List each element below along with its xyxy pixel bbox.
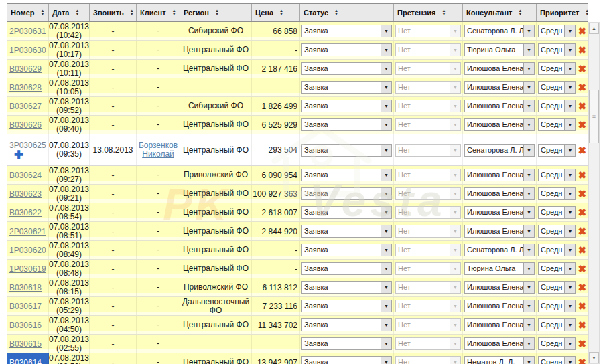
dropdown-arrow-icon[interactable]: ▼ — [564, 82, 575, 93]
order-number-link[interactable]: B030626 — [9, 120, 42, 130]
sort-icon[interactable]: ▲▼ — [279, 9, 283, 16]
order-number-link[interactable]: B030629 — [9, 64, 42, 74]
consultant-select[interactable]: Илюшова Елена ▼ — [464, 206, 535, 219]
dropdown-arrow-icon[interactable]: ▼ — [564, 100, 575, 112]
column-header-client[interactable]: Клиент ▲▼ — [137, 4, 180, 21]
dropdown-arrow-icon[interactable]: ▼ — [564, 188, 575, 199]
delete-x-icon[interactable]: ✖ — [578, 357, 586, 364]
dropdown-arrow-icon[interactable]: ▼ — [564, 44, 575, 56]
sort-icon[interactable]: ▲▼ — [130, 9, 134, 16]
dropdown-arrow-icon[interactable]: ▼ — [564, 282, 575, 293]
priority-select[interactable]: Средн ▼ — [538, 337, 576, 350]
dropdown-arrow-icon[interactable]: ▼ — [564, 244, 575, 256]
dropdown-arrow-icon[interactable]: ▼ — [564, 145, 575, 156]
client-link[interactable]: - — [157, 264, 159, 273]
status-select[interactable]: Заявка ▼ — [302, 43, 392, 56]
priority-select[interactable]: Средн ▼ — [538, 356, 576, 364]
status-select[interactable]: Заявка ▼ — [302, 300, 392, 312]
priority-select[interactable]: Средн ▼ — [538, 187, 576, 200]
dropdown-arrow-icon[interactable]: ▼ — [564, 169, 575, 181]
consultant-select[interactable]: Илюшова Елена ▼ — [464, 281, 535, 294]
client-link[interactable]: - — [157, 83, 159, 92]
priority-select[interactable]: Средн ▼ — [538, 62, 576, 75]
dropdown-arrow-icon[interactable]: ▼ — [381, 44, 391, 56]
dropdown-arrow-icon[interactable]: ▼ — [381, 100, 391, 112]
dropdown-arrow-icon[interactable]: ▼ — [523, 225, 534, 237]
dropdown-arrow-icon[interactable]: ▼ — [523, 263, 534, 274]
status-select[interactable]: Заявка ▼ — [302, 100, 392, 112]
consultant-select[interactable]: Илюшова Елена ▼ — [464, 100, 535, 112]
status-select[interactable]: Заявка ▼ — [302, 337, 392, 350]
status-select[interactable]: Заявка ▼ — [302, 62, 392, 75]
consultant-select[interactable]: Илюшова Елена ▼ — [464, 169, 535, 181]
status-select[interactable]: Заявка ▼ — [302, 118, 392, 131]
priority-select[interactable]: Средн ▼ — [538, 206, 576, 219]
consultant-select[interactable]: Тюрина Ольга ▼ — [464, 262, 535, 275]
status-select[interactable]: Заявка ▼ — [302, 318, 392, 331]
status-select[interactable]: Заявка ▼ — [302, 25, 392, 37]
priority-select[interactable]: Средн ▼ — [538, 25, 576, 37]
client-link[interactable]: - — [157, 283, 159, 292]
dropdown-arrow-icon[interactable]: ▼ — [523, 244, 534, 256]
dropdown-arrow-icon[interactable]: ▼ — [523, 63, 534, 74]
order-number-link[interactable]: B030616 — [9, 321, 42, 330]
delete-x-icon[interactable]: ✖ — [578, 145, 586, 155]
consultant-select[interactable]: Илюшова Елена ▼ — [464, 337, 535, 350]
dropdown-arrow-icon[interactable]: ▼ — [381, 25, 391, 37]
order-number-link[interactable]: B030628 — [9, 83, 42, 92]
priority-select[interactable]: Средн ▼ — [538, 225, 576, 238]
client-link[interactable]: - — [157, 120, 159, 129]
status-select[interactable]: Заявка ▼ — [302, 206, 392, 219]
dropdown-arrow-icon[interactable]: ▼ — [381, 119, 391, 130]
order-number-link[interactable]: 1P030619 — [9, 264, 46, 274]
sort-icon[interactable]: ▲▼ — [172, 9, 176, 16]
priority-select[interactable]: Средн ▼ — [538, 169, 576, 181]
priority-select[interactable]: Средн ▼ — [538, 100, 576, 112]
column-header-priority[interactable]: Приоритет ▲▼ — [537, 4, 588, 21]
consultant-select[interactable]: Сенаторова Л. Л. ▼ — [464, 244, 535, 256]
priority-select[interactable]: Средн ▼ — [538, 281, 576, 294]
status-select[interactable]: Заявка ▼ — [302, 356, 392, 364]
priority-select[interactable]: Средн ▼ — [538, 81, 576, 94]
status-select[interactable]: Заявка ▼ — [302, 187, 392, 200]
consultant-select[interactable]: Илюшова Елена ▼ — [464, 300, 535, 312]
order-number-link[interactable]: B030614 — [9, 358, 42, 364]
priority-select[interactable]: Средн ▼ — [538, 144, 576, 157]
consultant-select[interactable]: Тюрина Ольга ▼ — [464, 43, 535, 56]
scroll-up-button[interactable]: ▲ — [589, 23, 599, 34]
dropdown-arrow-icon[interactable]: ▼ — [381, 338, 391, 349]
order-number-link[interactable]: B030624 — [9, 171, 42, 180]
column-header-consultant[interactable]: Консультант ▲▼ — [463, 4, 537, 21]
dropdown-arrow-icon[interactable]: ▼ — [523, 338, 534, 349]
dropdown-arrow-icon[interactable]: ▼ — [564, 25, 575, 37]
dropdown-arrow-icon[interactable]: ▼ — [523, 300, 534, 312]
dropdown-arrow-icon[interactable]: ▼ — [564, 207, 575, 218]
delete-x-icon[interactable]: ✖ — [578, 226, 586, 236]
client-link[interactable]: - — [157, 171, 159, 179]
dropdown-arrow-icon[interactable]: ▼ — [564, 357, 575, 364]
delete-x-icon[interactable]: ✖ — [578, 170, 586, 180]
dropdown-arrow-icon[interactable]: ▼ — [523, 282, 534, 293]
consultant-select[interactable]: Илюшова Елена ▼ — [464, 81, 535, 94]
consultant-select[interactable]: Илюшова Елена ▼ — [464, 62, 535, 75]
client-link[interactable]: - — [157, 208, 159, 217]
delete-x-icon[interactable]: ✖ — [578, 189, 586, 199]
delete-x-icon[interactable]: ✖ — [578, 45, 586, 55]
column-header-number[interactable]: Номер ▲▼ — [7, 4, 49, 21]
dropdown-arrow-icon[interactable]: ▼ — [523, 145, 534, 156]
dropdown-arrow-icon[interactable]: ▼ — [564, 319, 575, 331]
order-number-link[interactable]: B030627 — [9, 102, 42, 111]
consultant-select[interactable]: Илюшова Елена ▼ — [464, 225, 535, 238]
dropdown-arrow-icon[interactable]: ▼ — [381, 207, 391, 218]
priority-select[interactable]: Средн ▼ — [538, 300, 576, 312]
priority-select[interactable]: Средн ▼ — [538, 43, 576, 56]
dropdown-arrow-icon[interactable]: ▼ — [564, 263, 575, 274]
add-order-icon[interactable]: ✚ — [14, 150, 23, 160]
delete-x-icon[interactable]: ✖ — [578, 82, 586, 92]
dropdown-arrow-icon[interactable]: ▼ — [381, 263, 391, 274]
client-link[interactable]: - — [157, 64, 159, 73]
status-select[interactable]: Заявка ▼ — [302, 81, 392, 94]
status-select[interactable]: Заявка ▼ — [302, 281, 392, 294]
priority-select[interactable]: Средн ▼ — [538, 262, 576, 275]
dropdown-arrow-icon[interactable]: ▼ — [523, 82, 534, 93]
